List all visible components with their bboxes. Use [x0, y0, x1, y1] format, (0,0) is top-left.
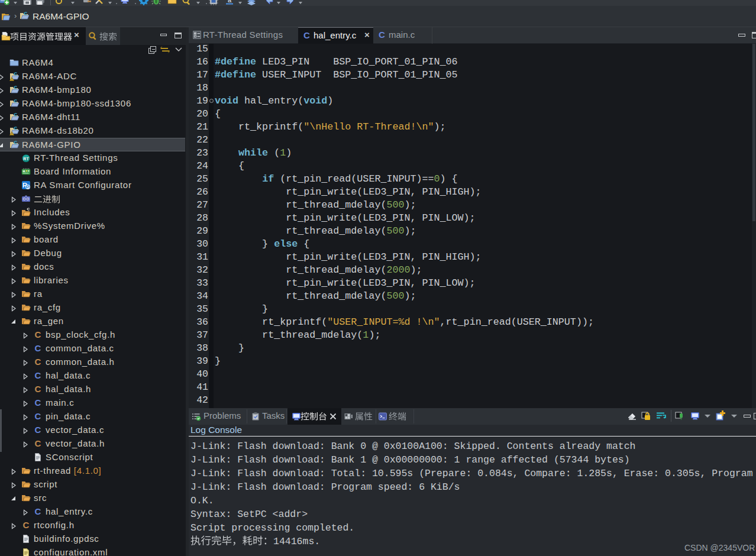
svg-text:C: C [35, 398, 41, 408]
svg-text:C: C [23, 521, 30, 530]
svg-text:C: C [35, 425, 41, 435]
svg-text:RT: RT [23, 157, 29, 161]
svg-text:C: C [35, 357, 41, 367]
svg-text:C: C [35, 507, 41, 516]
svg-text:C: C [35, 344, 41, 353]
svg-text:C: C [35, 384, 41, 394]
svg-text:C: C [35, 330, 41, 340]
svg-text:C: C [35, 412, 41, 421]
svg-text:C: C [35, 439, 41, 448]
svg-text:S: S [27, 185, 30, 189]
svg-text:C: C [35, 371, 41, 380]
svg-text:a: a [228, 0, 232, 4]
